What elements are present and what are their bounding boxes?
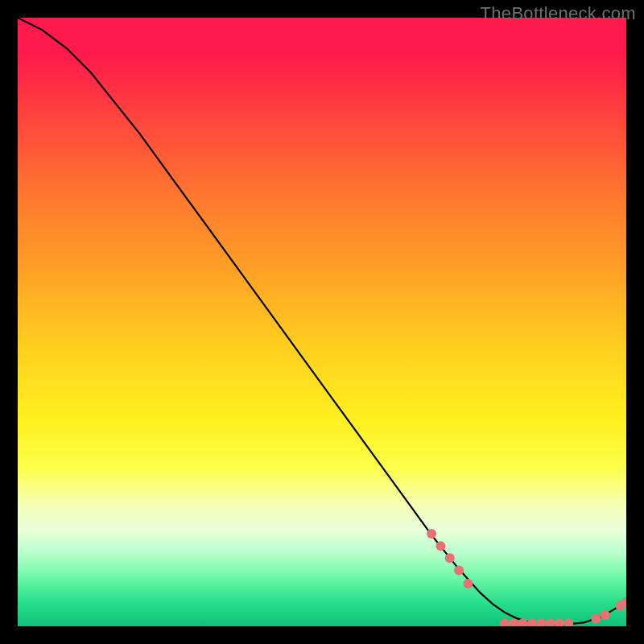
- data-marker: [536, 618, 546, 626]
- data-marker: [601, 610, 610, 620]
- chart-svg-overlay: [18, 18, 626, 626]
- data-marker: [564, 618, 573, 626]
- data-marker: [454, 565, 464, 575]
- data-marker: [436, 541, 445, 551]
- marker-layer: [427, 529, 626, 626]
- data-marker: [445, 553, 455, 563]
- data-marker: [555, 618, 564, 626]
- data-marker: [463, 579, 473, 588]
- data-marker: [509, 618, 518, 626]
- chart-plot-area: [18, 18, 626, 626]
- data-marker: [546, 618, 555, 626]
- main-curve: [18, 18, 626, 625]
- data-marker: [527, 618, 537, 626]
- watermark-text: TheBottleneck.com: [481, 3, 636, 24]
- chart-frame: TheBottleneck.com: [0, 0, 644, 644]
- data-marker: [500, 618, 510, 626]
- data-marker: [591, 613, 601, 623]
- data-marker: [427, 529, 436, 539]
